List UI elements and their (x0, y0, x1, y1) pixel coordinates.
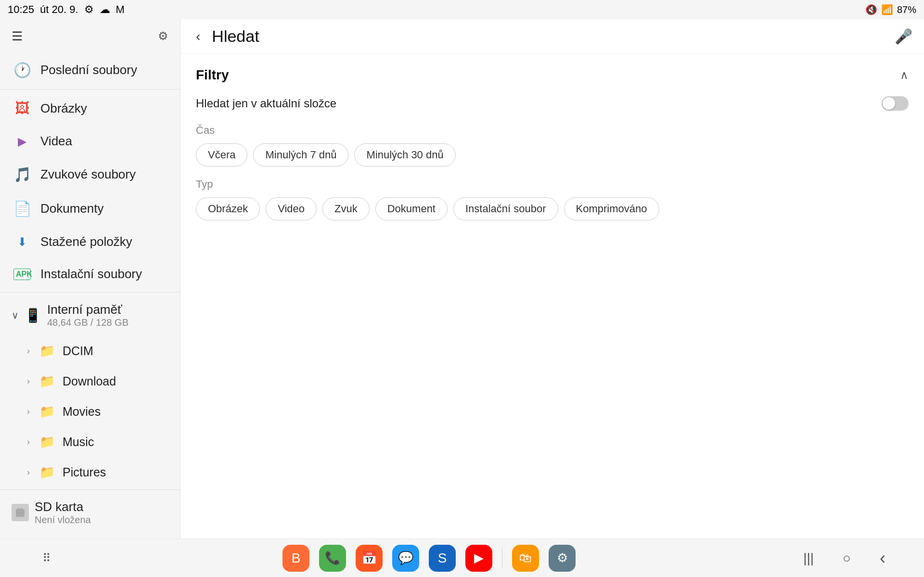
sidebar-item-label-audio: Zvukové soubory (40, 167, 136, 182)
sidebar-item-apk[interactable]: APK Instalační soubory (0, 258, 180, 290)
app-icon-bixby[interactable]: B (282, 545, 309, 572)
storage-device-icon: 📱 (25, 308, 41, 323)
divider-1 (0, 89, 180, 90)
storage-info: Interní paměť 48,64 GB / 128 GB (47, 302, 128, 328)
storage-title: Interní paměť (47, 302, 128, 317)
filters-title: Filtry (196, 67, 229, 83)
search-page-title: Hledat (212, 27, 887, 46)
home-button[interactable]: ○ (843, 551, 851, 566)
svg-rect-2 (19, 508, 21, 511)
sidebar: ☰ ⚙ 🕐 Poslední soubory 🖼 Obrázky ▶ Videa… (0, 19, 180, 539)
divider-2 (0, 292, 180, 293)
folder-chevron-music: › (27, 437, 30, 447)
sidebar-item-images[interactable]: 🖼 Obrázky (0, 91, 180, 125)
recent-apps-button[interactable]: ||| (803, 551, 814, 566)
sidebar-item-label-apk: Instalační soubory (40, 267, 142, 282)
sidebar-item-videos[interactable]: ▶ Videa (0, 125, 180, 157)
main-panel: ‹ Hledat 🎤 Filtry ∧ Hledat jen v aktuáln… (180, 19, 924, 539)
app-icon-youtube[interactable]: ▶ (465, 545, 492, 572)
settings-status-icon: ⚙ (84, 3, 94, 16)
folder-icon-dcim: 📁 (39, 344, 55, 359)
folder-chevron-download: › (27, 376, 30, 386)
folder-item-pictures[interactable]: › 📁 Pictures (0, 457, 180, 487)
mail-icon: M (116, 3, 125, 16)
toggle-label-search-current: Hledat jen v aktuální složce (196, 97, 336, 110)
sd-card-section[interactable]: SD karta Není vložena (0, 492, 180, 533)
time-chip-yesterday[interactable]: Včera (196, 143, 247, 167)
sidebar-header: ☰ ⚙ (0, 19, 180, 53)
folder-icon-music: 📁 (39, 435, 55, 449)
status-bar: 10:25 út 20. 9. ⚙ ☁ M 🔇 📶 87% (0, 0, 924, 19)
storage-chevron-icon: ∨ (12, 309, 19, 321)
folder-chevron-movies: › (27, 407, 30, 417)
folder-item-download[interactable]: › 📁 Download (0, 366, 180, 397)
svg-rect-1 (17, 508, 19, 511)
app-icon-samsung[interactable]: S (429, 545, 456, 572)
status-date: út 20. 9. (40, 3, 78, 16)
folder-item-music[interactable]: › 📁 Music (0, 427, 180, 457)
recent-icon: 🕐 (13, 62, 31, 78)
sidebar-item-label-images: Obrázky (40, 101, 87, 116)
audio-icon: 🎵 (13, 166, 31, 183)
search-current-folder-row: Hledat jen v aktuální složce (196, 96, 909, 111)
folder-label-download: Download (63, 374, 116, 388)
time-filter-label: Čas (196, 124, 909, 137)
time-chip-7days[interactable]: Minulých 7 dnů (253, 143, 348, 167)
type-chip-installer[interactable]: Instalační soubor (453, 197, 558, 220)
sd-card-title: SD karta (35, 500, 91, 514)
folder-item-movies[interactable]: › 📁 Movies (0, 397, 180, 427)
folder-label-movies: Movies (63, 405, 101, 419)
microphone-icon[interactable]: 🎤 (895, 28, 912, 45)
sidebar-item-recent[interactable]: 🕐 Poslední soubory (0, 53, 180, 87)
folder-chevron-dcim: › (27, 346, 30, 356)
search-header: ‹ Hledat 🎤 (180, 19, 924, 54)
folder-label-music: Music (63, 435, 94, 449)
app-icon-messages[interactable]: 💬 (392, 545, 419, 572)
apk-icon: APK (13, 269, 31, 280)
storage-subtitle: 48,64 GB / 128 GB (47, 317, 128, 328)
bottom-nav-apps: B 📞 📅 💬 S ▶ 🛍 ⚙ (282, 545, 576, 572)
app-container: ☰ ⚙ 🕐 Poslední soubory 🖼 Obrázky ▶ Videa… (0, 19, 924, 539)
docs-icon: 📄 (13, 200, 31, 217)
collapse-filters-icon[interactable]: ∧ (900, 68, 909, 82)
type-chip-video[interactable]: Video (266, 197, 317, 220)
folder-icon-pictures: 📁 (39, 465, 55, 480)
back-nav-button[interactable]: ‹ (880, 548, 886, 568)
folder-chevron-pictures: › (27, 467, 30, 477)
type-filter-label: Typ (196, 178, 909, 191)
app-icon-phone[interactable]: 📞 (319, 545, 346, 572)
cloud-icon: ☁ (100, 3, 110, 16)
type-chip-audio[interactable]: Zvuk (322, 197, 370, 220)
sd-card-info: SD karta Není vložena (35, 500, 91, 526)
time-chip-30days[interactable]: Minulých 30 dnů (354, 143, 455, 167)
downloads-icon: ⬇ (13, 235, 31, 249)
time-filter-row: Čas Včera Minulých 7 dnů Minulých 30 dnů (196, 124, 909, 167)
app-icon-calendar[interactable]: 📅 (356, 545, 383, 572)
battery-level: 87% (897, 4, 916, 15)
app-icon-store[interactable]: 🛍 (512, 545, 539, 572)
type-chip-compressed[interactable]: Komprimováno (564, 197, 659, 220)
sidebar-settings-icon[interactable]: ⚙ (158, 29, 168, 43)
menu-icon[interactable]: ☰ (12, 29, 23, 44)
sidebar-item-audio[interactable]: 🎵 Zvukové soubory (0, 157, 180, 192)
divider-3 (0, 489, 180, 490)
images-icon: 🖼 (13, 100, 31, 116)
internal-storage-section[interactable]: ∨ 📱 Interní paměť 48,64 GB / 128 GB (0, 295, 180, 336)
app-drawer-button[interactable]: ⠿ (38, 548, 55, 569)
sidebar-item-label-recent: Poslední soubory (40, 63, 137, 77)
sidebar-item-docs[interactable]: 📄 Dokumenty (0, 192, 180, 226)
sidebar-item-downloads[interactable]: ⬇ Stažené položky (0, 226, 180, 258)
type-filter-chips: Obrázek Video Zvuk Dokument Instalační s… (196, 197, 909, 220)
type-chip-image[interactable]: Obrázek (196, 197, 260, 220)
folder-icon-movies: 📁 (39, 404, 55, 419)
filters-section: Filtry ∧ Hledat jen v aktuální složce Ča… (180, 54, 924, 245)
status-time: 10:25 (8, 3, 34, 16)
videos-icon: ▶ (13, 135, 31, 148)
type-chip-document[interactable]: Dokument (375, 197, 448, 220)
sd-card-subtitle: Není vložena (35, 514, 91, 526)
app-icon-settings[interactable]: ⚙ (549, 545, 576, 572)
search-current-folder-toggle[interactable] (882, 96, 909, 111)
bottom-nav: ⠿ B 📞 📅 💬 S ▶ 🛍 ⚙ ||| ○ ‹ (0, 539, 924, 577)
back-button[interactable]: ‹ (192, 27, 204, 46)
folder-item-dcim[interactable]: › 📁 DCIM (0, 336, 180, 366)
